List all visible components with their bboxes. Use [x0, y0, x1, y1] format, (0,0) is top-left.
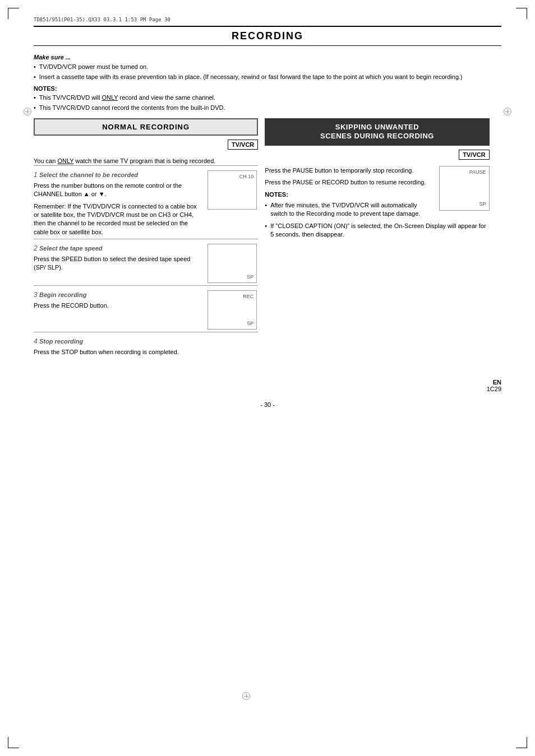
skipping-title: SKIPPING UNWANTED SCENES DURING RECORDIN…	[265, 118, 489, 146]
two-col-layout: NORMAL RECORDING TV/VCR You can ONLY wat…	[34, 118, 501, 363]
step-3-screen: REC SP	[207, 290, 257, 330]
step-2-title: 2 Select the tape speed	[34, 244, 203, 253]
normal-badge-container: TV/VCR	[34, 137, 258, 152]
step-4: 4 Stop recording Press the STOP button w…	[34, 332, 258, 359]
normal-recording-section: NORMAL RECORDING TV/VCR You can ONLY wat…	[34, 118, 258, 363]
notes-bullet-1-text: This TV/VCR/DVD will ONLY record and vie…	[39, 94, 215, 102]
step-1-number: 1	[34, 171, 39, 179]
step-4-title-text: Stop recording	[39, 338, 83, 345]
step-2-title-text: Select the tape speed	[39, 245, 103, 252]
step-1-title: 1 Select the channel to be recorded	[34, 170, 203, 180]
code-label: 1C29	[345, 386, 501, 392]
step-2: 2 Select the tape speed Press the SPEED …	[34, 239, 258, 285]
step-3-left: 3 Begin recording Press the RECORD butto…	[34, 290, 203, 310]
notes-bullet-2-text: This TV/VCR/DVD cannot record the conten…	[39, 104, 225, 112]
step-2-right: SP	[207, 244, 258, 283]
crosshair-left	[24, 108, 31, 115]
step-4-title: 4 Stop recording	[34, 337, 258, 346]
step-2-number: 2	[34, 244, 39, 252]
skipping-note-dot-2: •	[265, 222, 267, 230]
step-3-number: 3	[34, 291, 39, 299]
intro-bullet-2: • Insert a cassette tape with its erase …	[34, 73, 501, 81]
corner-mark-bl	[8, 737, 19, 748]
skipping-note-1-text: After five minutes, the TV/DVD/VCR will …	[270, 201, 434, 219]
step-2-left: 2 Select the tape speed Press the SPEED …	[34, 244, 203, 272]
notes-bullet-1: • This TV/VCR/DVD will ONLY record and v…	[34, 94, 501, 102]
step-1: 1 Select the channel to be recorded Pres…	[34, 165, 258, 239]
step-2-desc: Press the SPEED button to select the des…	[34, 255, 203, 272]
corner-mark-tl	[8, 8, 19, 19]
normal-recording-body: You can ONLY watch the same TV program t…	[34, 154, 258, 363]
step-2-screen-bottom: SP	[247, 273, 253, 281]
step-1-screen-top: CH 10	[239, 173, 254, 180]
page-number: - 30 -	[190, 401, 345, 408]
normal-recording-title: NORMAL RECORDING	[34, 118, 258, 136]
step-1-desc: Press the number buttons on the remote c…	[34, 182, 203, 199]
meta-line: TD851/951(P01-35).QX33 03.3.1 1:53 PM Pa…	[34, 17, 501, 22]
skipping-body: PAUSE SP Press the PAUSE button to tempo…	[265, 164, 489, 243]
step-4-desc: Press the STOP button when recording is …	[34, 348, 258, 356]
notes-bullet-2: • This TV/VCR/DVD cannot record the cont…	[34, 104, 501, 112]
skipping-note-2: • If "CLOSED CAPTION (ON)" is selected, …	[265, 222, 489, 239]
step-3-right: REC SP	[207, 290, 258, 330]
step-3-screen-bottom: SP	[247, 320, 253, 327]
page-title: RECORDING	[34, 26, 501, 46]
crosshair-bottom	[242, 692, 250, 700]
step-1-title-text: Select the channel to be recorded	[39, 171, 138, 178]
step-1-screen: CH 10	[207, 170, 257, 210]
notes-bullet-dot-1: •	[34, 94, 36, 102]
skipping-note-1: • After five minutes, the TV/DVD/VCR wil…	[265, 201, 434, 219]
step-2-screen: SP	[207, 244, 257, 283]
lang-label: EN	[345, 379, 501, 386]
footer-left	[34, 379, 190, 408]
skipping-section: SKIPPING UNWANTED SCENES DURING RECORDIN…	[265, 118, 489, 363]
intro-bullet-2-text: Insert a cassette tape with its erase pr…	[39, 73, 463, 81]
skipping-title-line2: SCENES DURING RECORDING	[271, 132, 482, 141]
crosshair-right	[504, 108, 511, 115]
step-3-title-text: Begin recording	[39, 291, 86, 298]
skipping-screen: PAUSE SP	[439, 166, 490, 211]
step-1-left: 1 Select the channel to be recorded Pres…	[34, 170, 203, 236]
bullet-dot-2: •	[34, 73, 36, 81]
skipping-note-2-text: If "CLOSED CAPTION (ON)" is selected, th…	[270, 222, 489, 239]
skipping-badge-container: TV/VCR	[265, 147, 489, 162]
skipping-title-line1: SKIPPING UNWANTED	[271, 123, 482, 132]
step-3-title: 3 Begin recording	[34, 290, 203, 300]
bullet-dot-1: •	[34, 63, 36, 71]
step-3-screen-top: REC	[243, 293, 253, 300]
step-4-number: 4	[34, 337, 39, 345]
corner-mark-br	[516, 737, 527, 748]
remember-text: Remember: If the TV/DVD/VCR is connected…	[34, 202, 203, 237]
page: TD851/951(P01-35).QX33 03.3.1 1:53 PM Pa…	[0, 0, 535, 756]
normal-intro-text: You can ONLY watch the same TV program t…	[34, 157, 258, 165]
notes-bullet-dot-2: •	[34, 104, 36, 112]
skipping-screen-top: PAUSE	[469, 169, 486, 177]
step-3: 3 Begin recording Press the RECORD butto…	[34, 285, 258, 332]
intro-bullet-1: • TV/DVD/VCR power must be turned on.	[34, 63, 501, 71]
corner-mark-tr	[516, 8, 527, 19]
footer-area: - 30 - EN 1C29	[34, 379, 501, 408]
intro-section: Make sure ... • TV/DVD/VCR power must be…	[34, 54, 501, 113]
skipping-note-dot-1: •	[265, 201, 267, 210]
footer-right: EN 1C29	[345, 379, 501, 408]
intro-bullet-1-text: TV/DVD/VCR power must be turned on.	[39, 63, 148, 71]
make-sure-label: Make sure ...	[34, 54, 501, 61]
step-1-right: CH 10	[207, 170, 258, 210]
intro-notes-title: NOTES:	[34, 85, 501, 92]
normal-tvcvr-badge: TV/VCR	[228, 140, 258, 150]
step-3-desc: Press the RECORD button.	[34, 302, 203, 310]
skipping-tvcvr-badge: TV/VCR	[459, 150, 489, 160]
skipping-screen-bottom: SP	[479, 201, 486, 208]
